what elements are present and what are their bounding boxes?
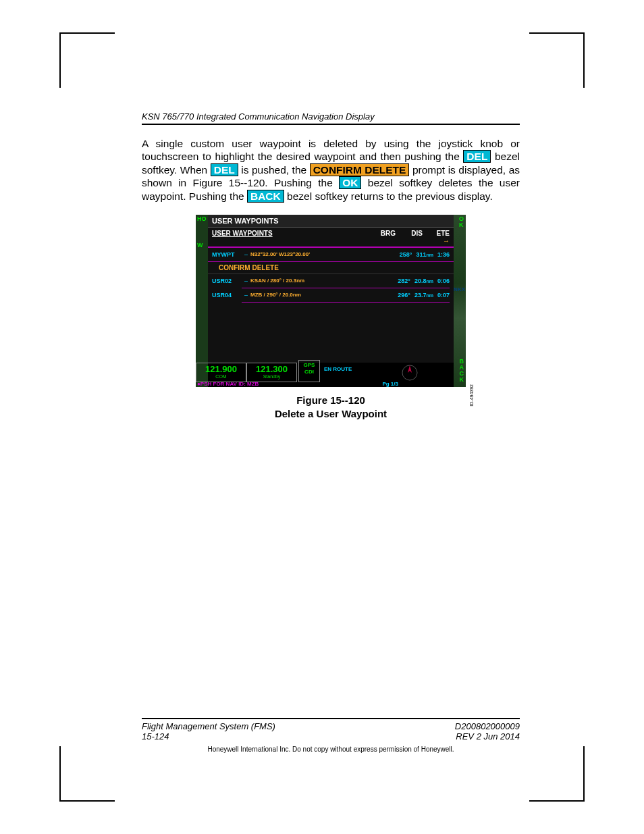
- com-active[interactable]: 121.900 COM: [196, 363, 246, 382]
- ok-softkey[interactable]: O K: [459, 216, 464, 228]
- page-content: KSN 765/770 Integrated Communication Nav…: [142, 111, 520, 421]
- com-standby[interactable]: 121.300 Standby: [246, 363, 297, 382]
- com-standby-label: Standby: [247, 374, 296, 379]
- ete-value: 0:06: [437, 278, 450, 284]
- right-bezel: O K NKX B A C K: [454, 215, 466, 387]
- panel-title: USER WAYPOINTS: [208, 215, 454, 228]
- psh-text: ●PSH FOR NAV ID: MZB: [197, 381, 259, 387]
- bottom-bar: 121.900 COM 121.300 Standby GPS CDI EN R…: [196, 363, 466, 387]
- gps-cdi-box[interactable]: GPS CDI: [298, 360, 320, 382]
- row-separator: [242, 302, 450, 303]
- page-footer: Flight Management System (FMS) 15-124 D2…: [142, 718, 520, 753]
- dash: –: [244, 292, 248, 298]
- crop-mark: [529, 746, 585, 802]
- w-softkey[interactable]: W: [197, 242, 203, 249]
- confirm-delete-prompt: CONFIRM DELETE: [208, 261, 454, 274]
- caption-line1: Figure 15--120: [142, 394, 520, 407]
- copyright-note: Honeywell International Inc. Do not copy…: [142, 746, 520, 753]
- arrow-right-icon: →: [443, 237, 450, 244]
- list-header: USER WAYPOINTS BRG DIS ETE →: [208, 228, 454, 248]
- col-dis: DIS: [402, 230, 423, 244]
- text: bezel softkey returns to the previous di…: [287, 190, 493, 202]
- figure-id-number: ID-494392: [469, 384, 474, 407]
- body-paragraph: A single custom user waypoint is deleted…: [142, 137, 520, 203]
- compass-rose-icon: [401, 364, 419, 382]
- dash: –: [244, 251, 248, 258]
- page-indicator: Pg 1/3: [382, 381, 398, 387]
- footer-right1: D200802000009: [455, 721, 520, 731]
- confirm-delete-label: CONFIRM DELETE: [310, 163, 410, 176]
- map-label-nkx: NKX: [454, 286, 465, 292]
- ete-value: 1:36: [437, 251, 450, 258]
- waypoint-row-usr02[interactable]: USR02 – KSAN / 280° / 20.3nm 282° 20.8nm…: [208, 274, 454, 288]
- dash: –: [244, 278, 248, 284]
- crop-mark: [59, 746, 115, 802]
- brg-value: 296°: [398, 292, 410, 298]
- footer-left1: Flight Management System (FMS): [142, 721, 275, 731]
- svg-marker-1: [408, 365, 412, 373]
- footer-left2: 15-124: [142, 731, 275, 741]
- text: is pushed, the: [241, 164, 309, 176]
- brg-value: 258°: [400, 251, 412, 258]
- figure-caption: Figure 15--120 Delete a User Waypoint: [142, 394, 520, 421]
- waypoint-row-mywpt[interactable]: MYWPT – N32°32.00' W123°20.00' 258° 311n…: [208, 248, 454, 261]
- waypoint-desc: N32°32.00' W123°20.00': [250, 251, 400, 257]
- main-panel: USER WAYPOINTS USER WAYPOINTS BRG DIS ET…: [208, 215, 454, 363]
- com-active-label: COM: [196, 374, 246, 379]
- col-ete: ETE →: [429, 230, 450, 244]
- back-softkey-label: BACK: [247, 190, 284, 203]
- brg-value: 282°: [398, 278, 410, 284]
- del-softkey-label: DEL: [463, 150, 491, 163]
- gps-label: GPS: [299, 362, 319, 369]
- footer-line: Flight Management System (FMS) 15-124 D2…: [142, 718, 520, 741]
- dis-value: 20.8nm: [414, 278, 433, 284]
- waypoint-id: MYWPT: [212, 251, 244, 258]
- footer-right2: REV 2 Jun 2014: [455, 731, 520, 741]
- footer-right: D200802000009 REV 2 Jun 2014: [455, 721, 520, 741]
- psh-for-nav-line: ●PSH FOR NAV ID: MZB: [197, 381, 259, 387]
- waypoint-values: 258° 311nm 1:36: [400, 251, 450, 258]
- left-bezel: HO W: [196, 215, 208, 387]
- waypoint-values: 296° 23.7nm 0:07: [398, 292, 450, 298]
- list-header-label: USER WAYPOINTS: [212, 230, 375, 244]
- com-frequency-box[interactable]: 121.900 COM 121.300 Standby: [196, 363, 297, 382]
- ok-softkey-label: OK: [339, 176, 361, 189]
- waypoint-values: 282° 20.8nm 0:06: [398, 278, 450, 284]
- dis-value: 311nm: [416, 251, 433, 258]
- waypoint-row-usr04[interactable]: USR04 – MZB / 290° / 20.0nm 296° 23.7nm …: [208, 288, 454, 302]
- waypoint-desc: MZB / 290° / 20.0nm: [250, 292, 398, 298]
- col-brg: BRG: [375, 230, 396, 244]
- footer-left: Flight Management System (FMS) 15-124: [142, 721, 275, 741]
- crop-mark: [529, 32, 585, 88]
- del-softkey-label: DEL: [211, 163, 238, 176]
- running-header: KSN 765/770 Integrated Communication Nav…: [142, 111, 520, 125]
- waypoint-id: USR04: [212, 292, 244, 298]
- crop-mark: [59, 32, 115, 88]
- enroute-label: EN ROUTE: [324, 366, 352, 372]
- figure-wrapper: HO W O K NKX B A C K USER WAYPOINTS USER…: [196, 215, 466, 387]
- waypoint-desc: KSAN / 280° / 20.3nm: [250, 278, 398, 284]
- display-screenshot: HO W O K NKX B A C K USER WAYPOINTS USER…: [196, 215, 466, 387]
- ete-value: 0:07: [437, 292, 450, 298]
- com-standby-freq: 121.300: [247, 364, 296, 374]
- com-active-freq: 121.900: [196, 364, 246, 374]
- home-softkey[interactable]: HO: [197, 215, 207, 222]
- caption-line2: Delete a User Waypoint: [142, 407, 520, 421]
- column-headers: BRG DIS ETE →: [375, 230, 450, 244]
- dis-value: 23.7nm: [414, 292, 433, 298]
- cdi-label: CDI: [299, 369, 319, 375]
- waypoint-id: USR02: [212, 278, 244, 284]
